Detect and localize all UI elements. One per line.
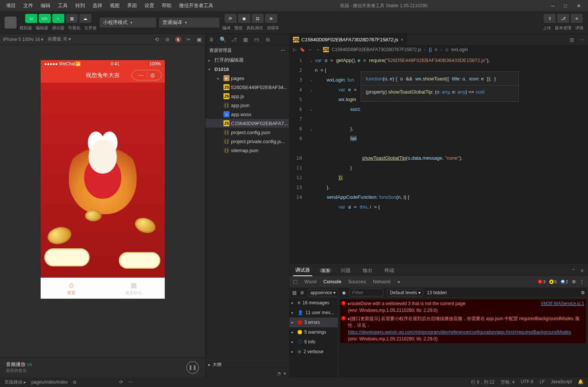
gear-icon[interactable]: ⚙ bbox=[581, 290, 585, 295]
console-error-line[interactable]: ✕ ▸[接口更新提示] 若需要小程序在退到后台后继续播放音频，你需要在 app.… bbox=[340, 314, 586, 343]
compile-button[interactable]: ⟳ bbox=[225, 14, 237, 23]
split-icon[interactable]: ▥ bbox=[570, 37, 574, 42]
breadcrumb[interactable]: ▷🔖 ←→ JSC15640D09F02EBAFA73028D767F15872… bbox=[289, 45, 588, 54]
remote-debug-button[interactable]: ⊡ bbox=[252, 14, 264, 23]
compile-mode-dropdown[interactable]: 小程序模式▾ bbox=[100, 18, 156, 27]
console-filter-row[interactable]: ▸≡16 messages bbox=[289, 298, 338, 308]
tab-home[interactable]: ⌂首页 bbox=[41, 278, 103, 299]
menu-interface[interactable]: 界面 bbox=[124, 1, 140, 11]
search-icon[interactable]: 🔍 bbox=[220, 36, 226, 42]
menu-settings[interactable]: 设置 bbox=[141, 1, 157, 11]
simulator-button[interactable]: ▭ bbox=[25, 14, 37, 23]
more-icon[interactable]: ⋯ bbox=[281, 48, 285, 53]
encoding[interactable]: UTF-8 bbox=[521, 379, 533, 385]
float-icon[interactable]: ▣ bbox=[196, 36, 202, 42]
levels-dropdown[interactable]: Default levels ▾ bbox=[387, 289, 423, 296]
menu-edit[interactable]: 编辑 bbox=[38, 1, 53, 11]
menu-goto[interactable]: 转到 bbox=[72, 1, 88, 11]
file-item[interactable]: { }project.private.config.js... bbox=[205, 137, 289, 146]
filter-input[interactable] bbox=[349, 289, 383, 296]
scope-dropdown[interactable]: appservice ▾ bbox=[308, 289, 338, 296]
eye-icon[interactable]: ◉ bbox=[342, 290, 346, 295]
inspect-icon[interactable]: ⬚ bbox=[293, 279, 298, 284]
avatar[interactable] bbox=[5, 17, 17, 29]
menu-select[interactable]: 选择 bbox=[90, 1, 105, 11]
clear-cache-button[interactable]: ≋ bbox=[265, 14, 277, 23]
pause-button[interactable]: ❚❚ bbox=[186, 361, 199, 374]
db-icon[interactable]: 🗃 bbox=[254, 36, 260, 42]
file-item[interactable]: JSC15640D09F02EBAFA7... bbox=[205, 119, 289, 128]
devtab-wxml[interactable]: Wxml bbox=[304, 279, 317, 284]
cut-icon[interactable]: ✂ bbox=[185, 36, 191, 42]
editor-button[interactable]: </> bbox=[39, 14, 51, 23]
file-item[interactable]: ▸▸pages bbox=[205, 74, 289, 83]
console-error-line[interactable]: ✕ VM26 WAService.js:1 ▸routeDone with a … bbox=[340, 299, 586, 314]
cloud-button[interactable]: ☁ bbox=[79, 14, 91, 23]
hot-reload-toggle[interactable]: 热重载 关 ▾ bbox=[48, 36, 71, 42]
upload-button[interactable]: ⇪ bbox=[544, 14, 556, 23]
cursor-position[interactable]: 行 8，列 12 bbox=[471, 379, 495, 385]
close-tab-icon[interactable]: × bbox=[401, 37, 404, 42]
devtab-network[interactable]: Network bbox=[373, 279, 391, 284]
branch-icon[interactable]: ⎇ bbox=[231, 36, 237, 42]
menu-project[interactable]: 项目 bbox=[3, 1, 19, 11]
sidebar-toggle-icon[interactable]: ▤ bbox=[292, 290, 296, 295]
file-item[interactable]: { }project.config.json bbox=[205, 128, 289, 137]
files-icon[interactable]: 🗎 bbox=[208, 36, 214, 42]
menu-view[interactable]: 视图 bbox=[107, 1, 123, 11]
console-filter-row[interactable]: ▸⊕2 verbose bbox=[289, 347, 338, 357]
clear-icon[interactable]: ⊘ bbox=[300, 290, 304, 295]
more-icon[interactable]: ⋯ bbox=[579, 37, 584, 42]
editor-tab[interactable]: JSC15640D09F02EBAFA73028D767F15872.js× bbox=[289, 34, 407, 45]
layout-icon[interactable]: ▦ bbox=[242, 36, 248, 42]
details-button[interactable]: ≡ bbox=[571, 14, 583, 23]
preview-button[interactable]: ◉ bbox=[238, 14, 250, 23]
file-item[interactable]: { }app.json bbox=[205, 101, 289, 110]
tab-output[interactable]: 输出 bbox=[360, 265, 375, 276]
menu-help[interactable]: 帮助 bbox=[159, 1, 175, 11]
page-path-label[interactable]: 页面路径 ▸ bbox=[5, 379, 26, 385]
compile-type-dropdown[interactable]: 普通编译▾ bbox=[159, 18, 219, 27]
feedback-icon[interactable]: ◔ bbox=[277, 371, 281, 376]
console-filter-row[interactable]: ▸3 errors bbox=[289, 317, 338, 327]
maximize-icon[interactable]: □ bbox=[564, 3, 569, 8]
tab-problems[interactable]: 问题 bbox=[339, 265, 353, 276]
eol[interactable]: LF bbox=[539, 379, 545, 385]
tab-debugger[interactable]: 调试器 bbox=[293, 265, 312, 276]
version-button[interactable]: ⎇ bbox=[557, 14, 569, 23]
collapse-icon[interactable]: ▾ bbox=[284, 371, 286, 376]
capsule-button[interactable]: ⋯◎ bbox=[132, 70, 162, 80]
more-icon[interactable]: ⋯ bbox=[128, 379, 133, 385]
ext-icon[interactable]: ⊞ bbox=[265, 36, 271, 42]
more-tabs-icon[interactable]: » bbox=[398, 279, 400, 284]
phone-simulator[interactable]: ●●●●● WeChat📶 0:41 100% 祝您兔年大吉 ⋯◎ ⌂首页 bbox=[41, 60, 165, 299]
mute-icon[interactable]: 🔇 bbox=[175, 36, 181, 42]
file-item[interactable]: { }sitemap.json bbox=[205, 146, 289, 155]
chevron-up-icon[interactable]: ⌃ bbox=[571, 268, 576, 274]
copy-icon[interactable]: ⧉ bbox=[73, 379, 76, 385]
outline-header[interactable]: ▸大纲 bbox=[205, 360, 289, 369]
phone-content[interactable] bbox=[41, 83, 165, 278]
device-selector[interactable]: iPhone 5 100% 16 ▾ bbox=[3, 37, 43, 42]
debugger-button[interactable]: ⌁ bbox=[52, 14, 64, 23]
file-item[interactable]: ⟐app.wxss bbox=[205, 110, 289, 119]
console-messages[interactable]: ✕ VM26 WAService.js:1 ▸routeDone with a … bbox=[338, 298, 588, 377]
tab-terminal[interactable]: 终端 bbox=[382, 265, 397, 276]
tab-more[interactable]: ▦更多好玩 bbox=[103, 278, 165, 299]
file-item[interactable]: JSapp.js bbox=[205, 92, 289, 101]
bell-icon[interactable]: 🔔 bbox=[578, 379, 583, 385]
devtab-console[interactable]: Console bbox=[324, 279, 342, 284]
visual-button[interactable]: ▥ bbox=[66, 14, 78, 23]
menu-tools[interactable]: 工具 bbox=[55, 1, 71, 11]
refresh-icon[interactable]: ⟳ bbox=[119, 379, 123, 385]
tree-editors[interactable]: ▸打开的编辑器 bbox=[205, 56, 289, 65]
gear-icon[interactable]: ⚙ bbox=[572, 279, 576, 284]
refresh-icon[interactable]: ⟲ bbox=[154, 36, 160, 42]
indent-info[interactable]: 空格: 4 bbox=[501, 379, 515, 385]
close-panel-icon[interactable]: ✕ bbox=[580, 268, 584, 274]
tree-root[interactable]: ▾D1018 bbox=[205, 65, 289, 74]
block-icon[interactable]: ⊘ bbox=[164, 36, 170, 42]
close-icon[interactable]: ✕ bbox=[577, 3, 582, 8]
file-item[interactable]: JS526D5E449F02EBAF34... bbox=[205, 83, 289, 92]
minimize-icon[interactable]: ─ bbox=[551, 3, 556, 8]
